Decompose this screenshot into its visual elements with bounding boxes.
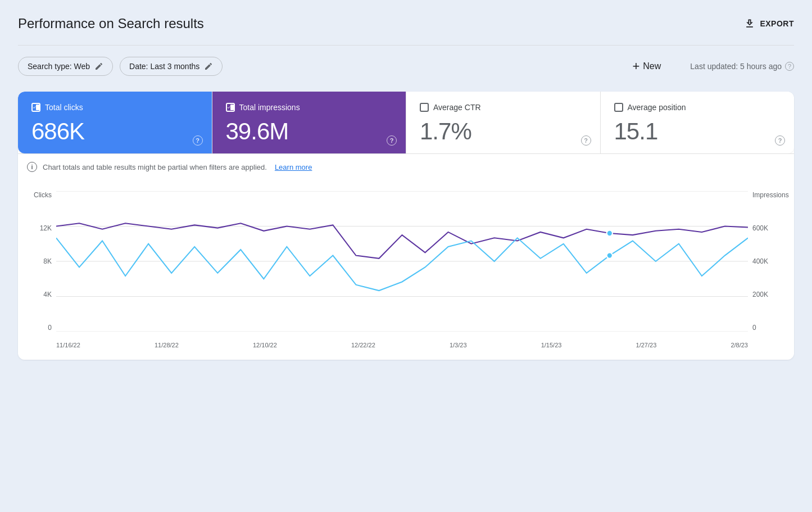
- impressions-line: [56, 223, 748, 259]
- metric-total-impressions[interactable]: Total impressions 39.6M ?: [212, 92, 407, 153]
- chart-svg: [56, 191, 748, 332]
- page-container: Performance on Search results EXPORT Sea…: [0, 0, 812, 378]
- x-label-0: 11/16/22: [56, 342, 80, 348]
- page-header: Performance on Search results EXPORT: [18, 16, 794, 31]
- metric-value-position: 15.1: [614, 119, 781, 144]
- main-card: Total clicks 686K ? Total impressions 39…: [18, 92, 794, 360]
- y-right-200k: 200K: [752, 291, 781, 298]
- info-icon: i: [27, 162, 37, 172]
- y-right-600k: 600K: [752, 224, 781, 232]
- chart-y-left: Clicks 12K 8K 4K 0: [31, 191, 52, 332]
- chart-container: Clicks 12K 8K 4K 0 Impressions 600K 400K…: [18, 180, 794, 360]
- metric-label-position: Average position: [628, 103, 686, 112]
- chart-y-right: Impressions 600K 400K 200K 0: [752, 191, 781, 332]
- x-label-5: 1/15/23: [541, 342, 562, 348]
- metric-label-clicks: Total clicks: [45, 103, 83, 112]
- metric-help-ctr: ?: [581, 135, 591, 146]
- metric-header-ctr: Average CTR: [420, 103, 587, 112]
- chart-dot-clicks: [607, 253, 613, 259]
- x-label-3: 12/22/22: [351, 342, 375, 348]
- metric-help-position: ?: [775, 135, 785, 146]
- page-title: Performance on Search results: [18, 16, 204, 31]
- export-icon: [744, 18, 755, 29]
- x-label-7: 2/8/23: [731, 342, 748, 348]
- metric-help-impressions: ?: [387, 135, 397, 146]
- clicks-line: [56, 238, 748, 291]
- plus-icon: +: [632, 60, 639, 73]
- x-label-4: 1/3/23: [450, 342, 467, 348]
- y-left-label: Clicks: [31, 191, 52, 199]
- metric-value-clicks: 686K: [31, 119, 198, 144]
- metric-average-ctr[interactable]: Average CTR 1.7% ?: [406, 92, 601, 153]
- export-label: EXPORT: [760, 19, 794, 28]
- search-type-label: Search type: Web: [28, 62, 90, 71]
- metric-label-impressions: Total impressions: [239, 103, 300, 112]
- filter-bar: Search type: Web Date: Last 3 months + N…: [18, 57, 794, 76]
- metric-header-clicks: Total clicks: [31, 103, 198, 112]
- metrics-row: Total clicks 686K ? Total impressions 39…: [18, 92, 794, 153]
- check-icon-impressions: [227, 105, 230, 110]
- checkbox-ctr[interactable]: [420, 103, 429, 112]
- chart-dot-impressions: [607, 230, 613, 236]
- checkbox-impressions[interactable]: [226, 103, 235, 112]
- x-label-6: 1/27/23: [636, 342, 657, 348]
- metric-value-impressions: 39.6M: [226, 119, 393, 144]
- check-icon: [33, 105, 36, 110]
- last-updated-text: Last updated: 5 hours ago: [690, 62, 782, 71]
- export-button[interactable]: EXPORT: [744, 18, 794, 29]
- metric-header-position: Average position: [614, 103, 781, 112]
- y-left-4k: 4K: [31, 291, 52, 298]
- y-right-400k: 400K: [752, 257, 781, 265]
- new-button[interactable]: + New: [632, 60, 661, 73]
- checkbox-position[interactable]: [614, 103, 623, 112]
- info-message: Chart totals and table results might be …: [43, 163, 267, 171]
- metric-total-clicks[interactable]: Total clicks 686K ?: [18, 92, 212, 153]
- chart-wrap: Clicks 12K 8K 4K 0 Impressions 600K 400K…: [31, 191, 781, 348]
- edit-date-icon: [204, 62, 213, 71]
- x-label-2: 12/10/22: [253, 342, 277, 348]
- metric-value-ctr: 1.7%: [420, 119, 587, 144]
- metric-header-impressions: Total impressions: [226, 103, 393, 112]
- chart-x-labels: 11/16/22 11/28/22 12/10/22 12/22/22 1/3/…: [56, 342, 748, 348]
- last-updated: Last updated: 5 hours ago ?: [690, 62, 794, 71]
- grid-lines: [56, 191, 748, 332]
- checkbox-clicks[interactable]: [31, 103, 40, 112]
- metric-help-clicks: ?: [193, 135, 203, 146]
- y-right-0: 0: [752, 324, 781, 332]
- y-left-12k: 12K: [31, 224, 52, 232]
- x-label-1: 11/28/22: [155, 342, 179, 348]
- help-icon: ?: [785, 62, 794, 71]
- y-right-label: Impressions: [752, 191, 781, 199]
- metric-average-position[interactable]: Average position 15.1 ?: [601, 92, 795, 153]
- date-filter[interactable]: Date: Last 3 months: [120, 57, 223, 76]
- new-label: New: [643, 61, 661, 71]
- info-bar: i Chart totals and table results might b…: [18, 153, 794, 180]
- header-divider: [18, 45, 794, 46]
- search-type-filter[interactable]: Search type: Web: [18, 57, 113, 76]
- y-left-8k: 8K: [31, 257, 52, 265]
- metric-label-ctr: Average CTR: [433, 103, 481, 112]
- y-left-0: 0: [31, 324, 52, 332]
- chart-svg-area: [56, 191, 748, 332]
- edit-icon: [94, 62, 103, 71]
- learn-more-link[interactable]: Learn more: [275, 163, 312, 171]
- date-label: Date: Last 3 months: [129, 62, 199, 71]
